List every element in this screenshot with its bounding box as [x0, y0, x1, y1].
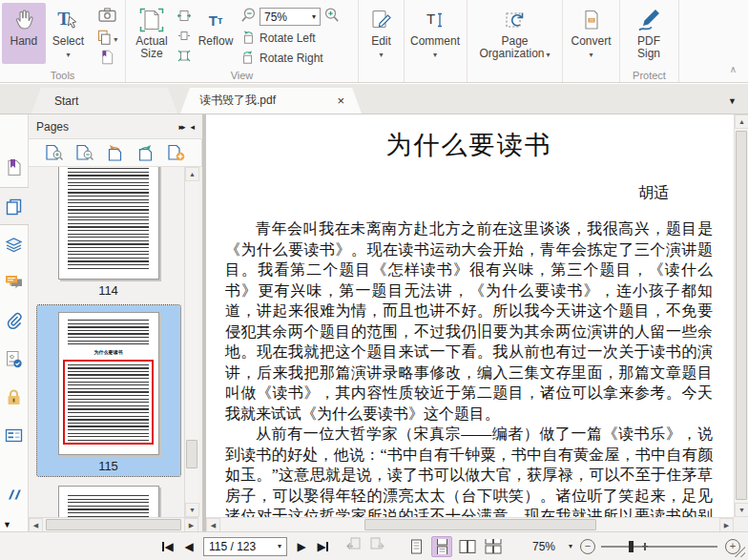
zoom-out-button[interactable]: − — [580, 539, 595, 554]
thumbnail-page-115-selected[interactable]: 为什么要读书 115 — [37, 305, 180, 476]
paste-page-icon[interactable] — [101, 50, 114, 69]
zoom-slider-thumb[interactable] — [629, 541, 634, 552]
page-organization-button[interactable]: Page Organization — [469, 3, 560, 60]
tools-group-label: Tools — [0, 70, 125, 81]
first-page-icon: ◀ — [164, 540, 173, 553]
next-page-button[interactable]: ▶ — [291, 537, 312, 556]
view-history-buttons — [346, 537, 384, 555]
page-view-mode-group — [405, 536, 504, 557]
comments-icon[interactable] — [0, 263, 29, 301]
thumbnail-page-114[interactable]: 114 — [58, 167, 159, 298]
facing-view-icon[interactable] — [457, 536, 478, 557]
actual-size-button[interactable]: Actual Size — [128, 3, 176, 60]
scroll-up-icon[interactable]: ▲ — [185, 167, 199, 181]
document-vertical-scrollbar[interactable]: ▲ ▼ — [734, 114, 748, 517]
reflow-button[interactable]: Tт Reflow — [193, 3, 239, 48]
ribbon-zoom-combobox[interactable]: 75% ▾ — [260, 8, 321, 26]
ribbon-group-page-organization: Page Organization — [468, 0, 563, 82]
fit-visible-icon[interactable] — [177, 49, 191, 66]
bookmarks-icon[interactable] — [0, 149, 29, 187]
page-number-field[interactable]: 115 / 123 ▾ — [203, 537, 287, 556]
scroll-down-icon[interactable]: ▼ — [735, 503, 748, 517]
form-fields-icon[interactable] — [0, 416, 29, 454]
scrollbar-thumb[interactable] — [46, 519, 181, 530]
svg-text:T: T — [426, 10, 435, 27]
share-icon[interactable] — [0, 475, 29, 513]
zoom-dropdown-caret-icon[interactable]: ▾ — [569, 542, 572, 550]
rotate-left-label: Rotate Left — [260, 31, 316, 45]
zoom-in-icon[interactable] — [323, 7, 340, 27]
tab-start[interactable]: Start — [31, 88, 177, 114]
dropdown-caret-icon: ▾ — [278, 542, 281, 550]
edit-button[interactable]: Edit — [361, 3, 402, 59]
zoom-in-button[interactable]: + — [725, 539, 740, 554]
snapshot-camera-icon[interactable] — [98, 8, 116, 26]
pages-panel-horizontal-scrollbar[interactable]: ◀ ▶ — [29, 517, 198, 531]
scroll-up-icon[interactable]: ▲ — [735, 114, 748, 129]
digital-signatures-icon[interactable] — [0, 340, 29, 378]
scroll-left-icon[interactable]: ◀ — [206, 518, 220, 532]
previous-page-button[interactable]: ◀ — [178, 537, 199, 556]
protect-group-label: Protect — [620, 70, 678, 81]
last-page-bar — [326, 542, 328, 551]
panel-collapse-icon[interactable]: ◂ — [190, 122, 195, 132]
comment-button[interactable]: T Comment — [406, 3, 464, 59]
main-area: ▼ Pages ▸▸ ◂ — [0, 114, 748, 531]
document-view[interactable]: 为什么要读书 胡适 青年会叫我在未离南方赴北方之前在这里谈谈，我很高兴，题目是《… — [206, 114, 748, 531]
scroll-right-icon[interactable]: ▶ — [719, 518, 734, 532]
page-thumbnails-icon[interactable] — [0, 187, 29, 225]
rotate-right-label: Rotate Right — [260, 52, 323, 65]
rotate-right-button[interactable]: Rotate Right — [240, 50, 340, 67]
zoom-slider[interactable] — [601, 539, 717, 554]
previous-page-icon: ◀ — [184, 540, 193, 553]
last-page-button[interactable]: ▶ — [312, 537, 333, 556]
status-zoom-value[interactable]: 75% — [532, 540, 555, 553]
scroll-right-icon[interactable]: ▶ — [184, 518, 198, 532]
thumbnail-mini-title: 为什么要读书 — [59, 349, 158, 355]
close-tab-icon[interactable]: × — [337, 94, 344, 107]
navigation-icon-strip: ▼ — [0, 114, 29, 531]
zoom-out-thumbnails-icon[interactable] — [72, 141, 96, 164]
scrollbar-thumb[interactable] — [364, 519, 596, 530]
panel-expand-icon[interactable]: ▸▸ — [178, 122, 183, 132]
fit-page-icon[interactable] — [177, 29, 191, 46]
fit-width-icon[interactable] — [177, 9, 191, 26]
pdf-sign-button[interactable]: PDF Sign — [622, 3, 675, 60]
dropdown-caret-icon — [379, 49, 383, 59]
dropdown-caret-icon — [114, 33, 117, 44]
previous-view-icon[interactable] — [346, 537, 363, 555]
comment-icon: T — [424, 7, 447, 33]
continuous-facing-view-icon[interactable] — [483, 536, 504, 557]
tab-list-menu-icon[interactable]: ▼ — [728, 96, 737, 106]
zoom-in-thumbnails-icon[interactable] — [41, 141, 66, 164]
convert-button[interactable]: Convert — [565, 3, 617, 59]
convert-icon — [582, 7, 601, 33]
rotate-page-right-icon[interactable] — [134, 141, 158, 164]
clipboard-button[interactable] — [96, 30, 117, 46]
rotate-left-button[interactable]: Rotate Left — [240, 30, 340, 47]
security-icon[interactable] — [0, 378, 29, 416]
scroll-left-icon[interactable]: ◀ — [29, 518, 43, 532]
hand-tool-button[interactable]: Hand — [2, 3, 46, 64]
next-view-icon[interactable] — [368, 537, 384, 555]
scroll-down-icon[interactable]: ▼ — [185, 503, 199, 517]
collapse-ribbon-icon[interactable]: ∧ — [730, 64, 737, 74]
continuous-view-icon[interactable] — [431, 536, 452, 557]
attachments-icon[interactable] — [0, 301, 29, 340]
thumbnail-page-image: 为什么要读书 — [58, 312, 159, 455]
tab-active-document[interactable]: 读书毁了我.pdf × — [180, 88, 362, 114]
rotate-page-left-icon[interactable] — [102, 141, 127, 164]
pages-panel-vertical-scrollbar[interactable]: ▲ ▼ — [184, 167, 198, 517]
panel-expander-icon[interactable]: ▼ — [3, 520, 11, 529]
scrollbar-thumb[interactable] — [186, 440, 197, 468]
scrollbar-thumb[interactable] — [736, 131, 747, 500]
layers-icon[interactable] — [0, 225, 29, 263]
document-horizontal-scrollbar[interactable]: ◀ ▶ — [206, 517, 734, 531]
select-tool-button[interactable]: T Select — [46, 3, 92, 64]
pages-panel-toolbar — [29, 138, 202, 167]
first-page-button[interactable]: ◀ — [157, 537, 178, 556]
zoom-out-icon[interactable] — [240, 7, 257, 27]
new-page-icon[interactable] — [164, 141, 189, 164]
single-page-view-icon[interactable] — [405, 536, 426, 557]
ribbon-group-edit: Edit — [359, 0, 405, 82]
